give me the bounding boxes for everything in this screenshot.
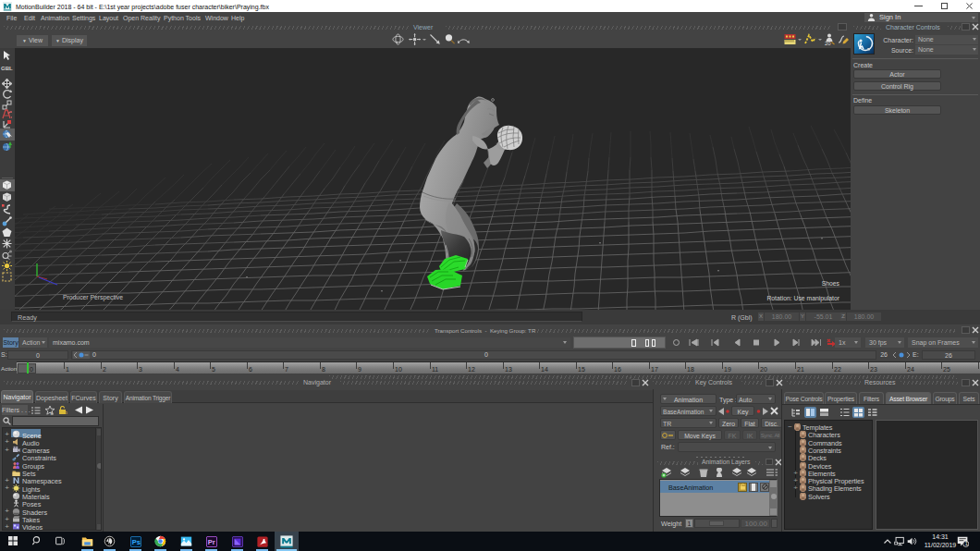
svg-text:1: 1 (965, 541, 968, 546)
svg-text:Ps: Ps (132, 538, 141, 546)
svg-text:20: 20 (825, 41, 831, 46)
svg-text:Pr: Pr (208, 538, 215, 546)
svg-text:b: b (65, 410, 67, 415)
svg-text:b: b (51, 410, 54, 415)
